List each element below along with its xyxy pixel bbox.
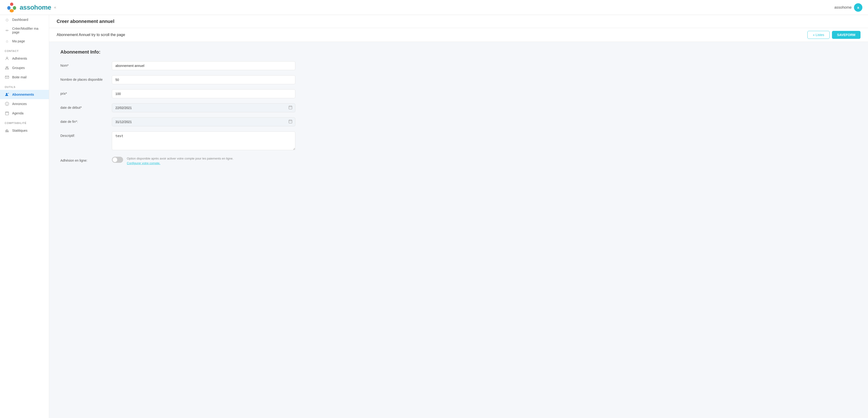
main-layout: ◇ Dashboard ✏ Créer/Modifier ma page ⌂ M… <box>0 15 868 418</box>
abonnements-icon <box>5 92 9 97</box>
adhesion-label: Adhésion en ligne: <box>60 156 107 162</box>
header-right: assohome a <box>834 3 862 12</box>
sidebar-item-annonces[interactable]: Annonces <box>0 99 49 108</box>
sidebar-item-groupes-label: Groupes <box>12 66 25 70</box>
collapse-sidebar-button[interactable]: « <box>54 5 56 10</box>
prix-field <box>112 89 295 98</box>
sidebar-item-create-modify-label: Créer/Modifier ma page <box>12 27 44 34</box>
svg-point-0 <box>10 3 13 6</box>
adhesion-hint: Option disponible après avoir activer vo… <box>127 156 233 165</box>
sidebar-item-annonces-label: Annonces <box>12 102 27 106</box>
nom-input[interactable] <box>112 61 295 70</box>
date-debut-field <box>112 103 295 112</box>
date-debut-wrapper <box>112 103 295 112</box>
sub-header-hint: try to scroll the page <box>92 33 125 37</box>
logo-icon <box>6 1 18 13</box>
sidebar-item-abonnements-label: Abonnements <box>12 93 34 96</box>
prix-input[interactable] <box>112 89 295 98</box>
sidebar-item-abonnements[interactable]: Abonnements <box>0 90 49 99</box>
form-row-date-fin: date de fin*: <box>60 118 295 126</box>
page-title: Creer abonnement annuel <box>57 19 115 24</box>
form-row-date-debut: date de début* <box>60 103 295 112</box>
svg-point-2 <box>13 6 16 10</box>
sub-header-buttons: « Listes SAVEFORM <box>807 31 861 39</box>
svg-rect-14 <box>5 112 9 115</box>
form-row-places: Nombre de places disponible <box>60 75 295 84</box>
contact-section-label: CONTACT <box>0 46 49 54</box>
sub-header-title-group: Abonnement Annuel try to scroll the page <box>57 33 125 37</box>
form-row-nom: Nom* <box>60 61 295 70</box>
date-fin-wrapper <box>112 118 295 126</box>
header: assohome « assohome a <box>0 0 868 15</box>
date-fin-field <box>112 118 295 126</box>
svg-point-13 <box>7 104 7 105</box>
header-left: assohome « <box>6 1 56 13</box>
sidebar-item-agenda[interactable]: Agenda <box>0 108 49 118</box>
edit-icon: ✏ <box>5 28 9 33</box>
places-input[interactable] <box>112 75 295 84</box>
content-area: Creer abonnement annuel Abonnement Annue… <box>49 15 868 418</box>
chart-icon <box>5 128 9 133</box>
sidebar-item-ma-page-label: Ma page <box>12 39 25 43</box>
agenda-icon <box>5 111 9 116</box>
outils-section-label: OUTILS <box>0 82 49 90</box>
home-icon: ⌂ <box>5 39 9 43</box>
page-title-bar: Creer abonnement annuel <box>49 15 868 28</box>
listes-button[interactable]: « Listes <box>807 31 829 39</box>
header-username: assohome <box>834 5 851 9</box>
sidebar-item-dashboard-label: Dashboard <box>12 18 28 22</box>
toggle-slider <box>112 157 123 163</box>
svg-point-4 <box>6 57 8 59</box>
annonces-icon <box>5 101 9 106</box>
date-fin-input[interactable] <box>112 118 295 126</box>
mail-icon <box>5 75 9 79</box>
nom-field <box>112 61 295 70</box>
form-section-title: Abonnement Info: <box>60 50 295 55</box>
prix-label: prix* <box>60 89 107 95</box>
sidebar-item-groupes[interactable]: Groupes <box>0 63 49 72</box>
places-label: Nombre de places disponible <box>60 75 107 82</box>
adhesion-toggle[interactable] <box>112 157 123 163</box>
form-row-descriptif: Descriptif: test <box>60 131 295 151</box>
sidebar-item-statitiques-label: Statitiques <box>12 129 27 132</box>
date-debut-label: date de début* <box>60 103 107 109</box>
descriptif-label: Descriptif: <box>60 131 107 137</box>
svg-point-3 <box>9 9 14 12</box>
form-container: Abonnement Info: Nom* Nombre de places d… <box>49 42 307 178</box>
svg-point-1 <box>7 6 10 10</box>
sidebar-item-ma-page[interactable]: ⌂ Ma page <box>0 36 49 46</box>
sidebar-item-dashboard[interactable]: ◇ Dashboard <box>0 15 49 24</box>
sidebar: ◇ Dashboard ✏ Créer/Modifier ma page ⌂ M… <box>0 15 49 418</box>
places-field <box>112 75 295 84</box>
group-icon <box>5 65 9 70</box>
logo-area: assohome <box>6 1 51 13</box>
diamond-icon: ◇ <box>5 17 9 22</box>
svg-point-6 <box>7 67 8 68</box>
save-form-button[interactable]: SAVEFORM <box>832 31 861 39</box>
sidebar-item-adherents-label: Adhérents <box>12 57 27 60</box>
sub-header-title: Abonnement Annuel <box>57 33 90 37</box>
sub-header: Abonnement Annuel try to scroll the page… <box>49 28 868 42</box>
adhesion-configure-link[interactable]: Configurer votre compte. <box>127 161 160 165</box>
logo-text: assohome <box>20 4 51 11</box>
sidebar-item-statitiques[interactable]: Statitiques <box>0 126 49 135</box>
sidebar-item-boite-mail[interactable]: Boite mail <box>0 72 49 82</box>
comptabilite-section-label: COMPTABILITÉ <box>0 118 49 126</box>
adhesion-field: Option disponible après avoir activer vo… <box>112 156 295 165</box>
svg-point-8 <box>6 93 7 95</box>
date-fin-label: date de fin*: <box>60 118 107 124</box>
date-debut-input[interactable] <box>112 103 295 112</box>
adhesion-hint-text: Option disponible après avoir activer vo… <box>127 157 233 160</box>
user-avatar[interactable]: a <box>854 3 862 12</box>
descriptif-textarea[interactable]: test <box>112 131 295 150</box>
sidebar-item-boite-mail-label: Boite mail <box>12 75 26 79</box>
nom-label: Nom* <box>60 61 107 67</box>
sidebar-item-adherents[interactable]: Adhérents <box>0 54 49 63</box>
descriptif-field: test <box>112 131 295 151</box>
form-row-prix: prix* <box>60 89 295 98</box>
person-icon <box>5 56 9 61</box>
sidebar-item-agenda-label: Agenda <box>12 111 23 115</box>
form-row-adhesion: Adhésion en ligne: Option disponible apr… <box>60 156 295 165</box>
sidebar-item-create-modify[interactable]: ✏ Créer/Modifier ma page <box>0 24 49 36</box>
